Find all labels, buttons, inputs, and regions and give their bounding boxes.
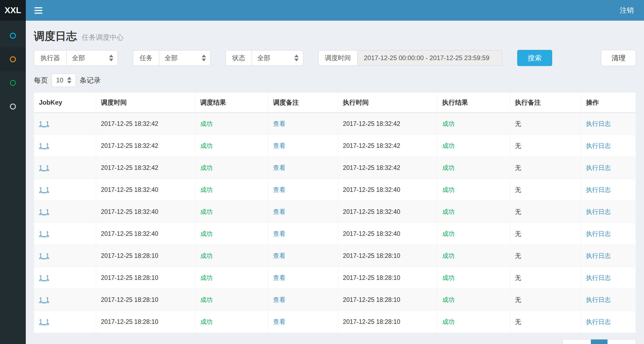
prev-page-button[interactable]: 上页 <box>563 339 591 344</box>
cell-handle_result: 成功 <box>437 223 510 245</box>
handle-time: 2017-12-25 18:32:40 <box>343 186 400 193</box>
execution-log-link[interactable]: 执行日志 <box>586 120 611 127</box>
jobkey-link[interactable]: 1_1 <box>39 296 49 303</box>
cell-trigger_result: 成功 <box>195 201 268 223</box>
search-button[interactable]: 搜索 <box>517 50 552 66</box>
handle-result: 成功 <box>442 208 454 215</box>
trigger-msg-link[interactable]: 查看 <box>273 318 285 325</box>
cell-handle_time: 2017-12-25 18:28:10 <box>338 267 437 289</box>
cell-job_key: 1_1 <box>34 223 96 245</box>
execution-log-link[interactable]: 执行日志 <box>586 318 611 325</box>
trigger-msg-link[interactable]: 查看 <box>273 142 285 149</box>
jobkey-link[interactable]: 1_1 <box>39 318 49 325</box>
cell-handle_result: 成功 <box>437 201 510 223</box>
execution-log-link[interactable]: 执行日志 <box>586 186 611 193</box>
trigger-msg-link[interactable]: 查看 <box>273 252 285 259</box>
sidebar-toggle-icon[interactable] <box>34 7 42 14</box>
jobkey-link[interactable]: 1_1 <box>39 274 49 281</box>
clear-button[interactable]: 清理 <box>601 50 636 66</box>
trigger-time: 2017-12-25 18:32:40 <box>101 230 158 237</box>
trigger-msg-link[interactable]: 查看 <box>273 230 285 237</box>
page-size-select[interactable]: 10 <box>52 74 76 87</box>
pagination-summary: 第 1 页 ( 总共 1 页， 10 条记录 ) <box>34 343 134 344</box>
page-size-control: 每页 10 条记录 <box>34 74 636 87</box>
select-stepper-icon <box>67 77 71 84</box>
sidebar-item-1[interactable] <box>0 24 26 47</box>
execution-log-link[interactable]: 执行日志 <box>586 230 611 237</box>
cell-handle_time: 2017-12-25 18:28:10 <box>338 289 437 311</box>
execution-log-link[interactable]: 执行日志 <box>586 296 611 303</box>
execution-log-link[interactable]: 执行日志 <box>586 274 611 281</box>
handle-time: 2017-12-25 18:32:40 <box>343 230 400 237</box>
jobkey-link[interactable]: 1_1 <box>39 252 49 259</box>
handle-result: 成功 <box>442 318 454 325</box>
cell-trigger_time: 2017-12-25 18:28:10 <box>96 311 195 333</box>
sidebar-item-2[interactable] <box>0 47 26 71</box>
cell-job_key: 1_1 <box>34 157 96 179</box>
trigger-msg-link[interactable]: 查看 <box>273 208 285 215</box>
jobkey-link[interactable]: 1_1 <box>39 230 49 237</box>
trigger-msg-link[interactable]: 查看 <box>273 120 285 127</box>
executor-filter-select[interactable]: 全部 <box>66 50 118 66</box>
cell-job_key: 1_1 <box>34 311 96 333</box>
trigger-time: 2017-12-25 18:32:40 <box>101 186 158 193</box>
execution-log-link[interactable]: 执行日志 <box>586 142 611 149</box>
cell-job_key: 1_1 <box>34 201 96 223</box>
next-page-button[interactable]: 下页 <box>607 339 636 344</box>
cell-handle_time: 2017-12-25 18:32:40 <box>338 179 437 201</box>
app-logo[interactable]: XXL <box>0 0 26 21</box>
sidebar-item-3[interactable] <box>0 71 26 95</box>
cell-handle_result: 成功 <box>437 157 510 179</box>
handle-msg: 无 <box>515 230 521 237</box>
jobkey-link[interactable]: 1_1 <box>39 120 49 127</box>
jobkey-link[interactable]: 1_1 <box>39 186 49 193</box>
execution-log-link[interactable]: 执行日志 <box>586 252 611 259</box>
execution-log-link[interactable]: 执行日志 <box>586 208 611 215</box>
trigger-msg-link[interactable]: 查看 <box>273 274 285 281</box>
cell-handle_result: 成功 <box>437 113 510 135</box>
job-filter-select[interactable]: 全部 <box>159 50 211 66</box>
jobkey-link[interactable]: 1_1 <box>39 142 49 149</box>
cell-job_key: 1_1 <box>34 267 96 289</box>
job-filter-value: 全部 <box>165 54 178 62</box>
sidebar-item-4[interactable] <box>0 95 26 118</box>
cell-handle_time: 2017-12-25 18:32:40 <box>338 201 437 223</box>
cell-handle_time: 2017-12-25 18:28:10 <box>338 311 437 333</box>
select-stepper-icon <box>202 55 206 61</box>
column-header: 执行结果 <box>437 93 510 113</box>
column-header: 调度结果 <box>195 93 268 113</box>
trigger-msg-link[interactable]: 查看 <box>273 164 285 171</box>
table-header-row: JobKey调度时间调度结果调度备注执行时间执行结果执行备注操作 <box>34 93 636 113</box>
status-filter-select[interactable]: 全部 <box>252 50 303 66</box>
top-navbar: XXL 注销 <box>0 0 644 21</box>
page-size-prefix: 每页 <box>34 76 48 85</box>
table-footer: 第 1 页 ( 总共 1 页， 10 条记录 ) 上页 1 下页 <box>34 339 636 344</box>
cell-handle_result: 成功 <box>437 179 510 201</box>
cell-trigger_result: 成功 <box>195 157 268 179</box>
logout-link[interactable]: 注销 <box>620 6 634 15</box>
cell-job_key: 1_1 <box>34 289 96 311</box>
cell-handle_time: 2017-12-25 18:32:42 <box>338 135 437 157</box>
column-header: 操作 <box>581 93 636 113</box>
trigger-msg-link[interactable]: 查看 <box>273 186 285 193</box>
cell-trigger_msg: 查看 <box>268 179 338 201</box>
handle-time: 2017-12-25 18:32:42 <box>343 142 400 149</box>
jobkey-link[interactable]: 1_1 <box>39 208 49 215</box>
status-filter-value: 全部 <box>257 54 270 62</box>
cell-handle_msg: 无 <box>510 245 581 267</box>
handle-msg: 无 <box>515 208 521 215</box>
trigger-time: 2017-12-25 18:28:10 <box>101 274 158 281</box>
trigger-time: 2017-12-25 18:32:42 <box>101 164 158 171</box>
handle-result: 成功 <box>442 252 454 259</box>
navbar-bar: 注销 <box>26 0 644 21</box>
jobkey-link[interactable]: 1_1 <box>39 164 49 171</box>
current-page-button[interactable]: 1 <box>591 339 608 344</box>
app-window: XXL 注销 调度日志 任务调度中心 执行器 全部 <box>0 0 644 344</box>
trigger-msg-link[interactable]: 查看 <box>273 296 285 303</box>
handle-time: 2017-12-25 18:32:42 <box>343 120 400 127</box>
handle-result: 成功 <box>442 164 454 171</box>
time-range-input[interactable]: 2017-12-25 00:00:00 - 2017-12-25 23:59:5… <box>357 50 502 66</box>
execution-log-link[interactable]: 执行日志 <box>586 164 611 171</box>
table-row: 1_12017-12-25 18:32:42成功查看2017-12-25 18:… <box>34 135 636 157</box>
cell-action: 执行日志 <box>581 223 636 245</box>
